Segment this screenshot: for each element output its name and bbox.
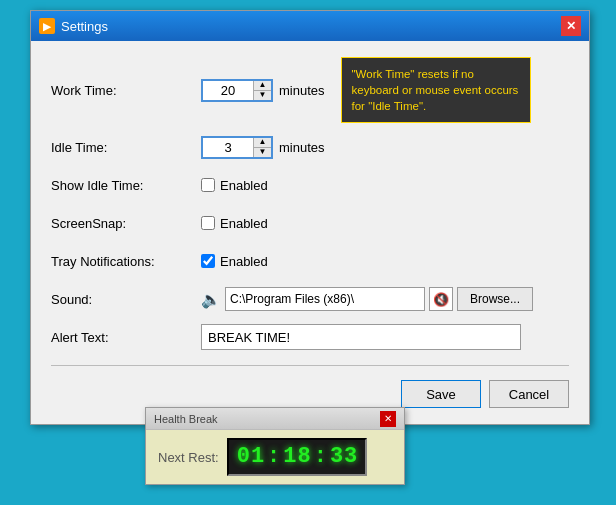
digit-1: 0 — [237, 446, 250, 468]
digit-3: 1 — [283, 446, 296, 468]
idle-time-unit: minutes — [279, 140, 325, 155]
screensnap-row: ScreenSnap: Enabled — [51, 209, 569, 237]
show-idle-checkbox-label[interactable]: Enabled — [201, 178, 268, 193]
idle-time-down[interactable]: ▼ — [254, 148, 271, 157]
work-time-up[interactable]: ▲ — [254, 81, 271, 91]
mute-button[interactable]: 🔇 — [429, 287, 453, 311]
button-row: Save Cancel — [51, 380, 569, 408]
work-time-down[interactable]: ▼ — [254, 91, 271, 100]
title-bar: ▶ Settings ✕ — [31, 11, 589, 41]
alert-control — [201, 324, 521, 350]
sound-path-input[interactable] — [225, 287, 425, 311]
digit-6: 3 — [344, 446, 357, 468]
work-time-control: ▲ ▼ minutes "Work Time" resets if no key… — [201, 57, 531, 123]
work-time-input[interactable] — [203, 81, 253, 100]
idle-time-up[interactable]: ▲ — [254, 138, 271, 148]
digit-4: 8 — [298, 446, 311, 468]
alert-text-input[interactable] — [201, 324, 521, 350]
tray-text: Enabled — [220, 254, 268, 269]
show-idle-control: Enabled — [201, 178, 268, 193]
screensnap-checkbox-label[interactable]: Enabled — [201, 216, 268, 231]
window-title: Settings — [61, 19, 108, 34]
speaker-icon: 🔈 — [201, 290, 221, 309]
sound-label: Sound: — [51, 292, 201, 307]
health-body: Next Rest: 0 1 : 1 8 : 3 3 — [146, 430, 404, 484]
sound-control: 🔈 🔇 Browse... — [201, 287, 533, 311]
window-body: Work Time: ▲ ▼ minutes "Work Time" reset… — [31, 41, 589, 424]
work-time-row: Work Time: ▲ ▼ minutes "Work Time" reset… — [51, 57, 569, 123]
digit-5: 3 — [330, 446, 343, 468]
health-title-bar: Health Break ✕ — [146, 408, 404, 430]
tray-row: Tray Notifications: Enabled — [51, 247, 569, 275]
show-idle-checkbox[interactable] — [201, 178, 215, 192]
work-time-label: Work Time: — [51, 83, 201, 98]
digital-display: 0 1 : 1 8 : 3 3 — [227, 438, 368, 476]
screensnap-text: Enabled — [220, 216, 268, 231]
idle-time-input-container: ▲ ▼ — [201, 136, 273, 159]
screensnap-control: Enabled — [201, 216, 268, 231]
digit-pair-2: 1 8 — [283, 446, 310, 468]
colon-1: : — [266, 446, 281, 468]
idle-time-spinner: ▲ ▼ — [253, 138, 271, 157]
work-time-spinner: ▲ ▼ — [253, 81, 271, 100]
tooltip-box: "Work Time" resets if no keyboard or mou… — [341, 57, 531, 123]
digit-pair-1: 0 1 — [237, 446, 264, 468]
work-time-unit: minutes — [279, 83, 325, 98]
cancel-button[interactable]: Cancel — [489, 380, 569, 408]
screensnap-label: ScreenSnap: — [51, 216, 201, 231]
health-title: Health Break — [154, 413, 218, 425]
alert-text-row: Alert Text: — [51, 323, 569, 351]
settings-window: ▶ Settings ✕ Work Time: ▲ ▼ minutes "Wor… — [30, 10, 590, 425]
tray-checkbox[interactable] — [201, 254, 215, 268]
screensnap-checkbox[interactable] — [201, 216, 215, 230]
idle-time-row: Idle Time: ▲ ▼ minutes — [51, 133, 569, 161]
colon-2: : — [313, 446, 328, 468]
alert-label: Alert Text: — [51, 330, 201, 345]
tray-control: Enabled — [201, 254, 268, 269]
tray-label: Tray Notifications: — [51, 254, 201, 269]
idle-time-input[interactable] — [203, 138, 253, 157]
health-break-window: Health Break ✕ Next Rest: 0 1 : 1 8 : 3 … — [145, 407, 405, 485]
next-rest-label: Next Rest: — [158, 450, 219, 465]
save-button[interactable]: Save — [401, 380, 481, 408]
show-idle-label: Show Idle Time: — [51, 178, 201, 193]
divider — [51, 365, 569, 366]
work-time-input-container: ▲ ▼ — [201, 79, 273, 102]
digit-pair-3: 3 3 — [330, 446, 357, 468]
idle-time-control: ▲ ▼ minutes — [201, 136, 325, 159]
browse-button[interactable]: Browse... — [457, 287, 533, 311]
health-close-button[interactable]: ✕ — [380, 411, 396, 427]
app-icon: ▶ — [39, 18, 55, 34]
idle-time-label: Idle Time: — [51, 140, 201, 155]
show-idle-text: Enabled — [220, 178, 268, 193]
show-idle-row: Show Idle Time: Enabled — [51, 171, 569, 199]
sound-row: Sound: 🔈 🔇 Browse... — [51, 285, 569, 313]
tray-checkbox-label[interactable]: Enabled — [201, 254, 268, 269]
digit-2: 1 — [251, 446, 264, 468]
close-button[interactable]: ✕ — [561, 16, 581, 36]
